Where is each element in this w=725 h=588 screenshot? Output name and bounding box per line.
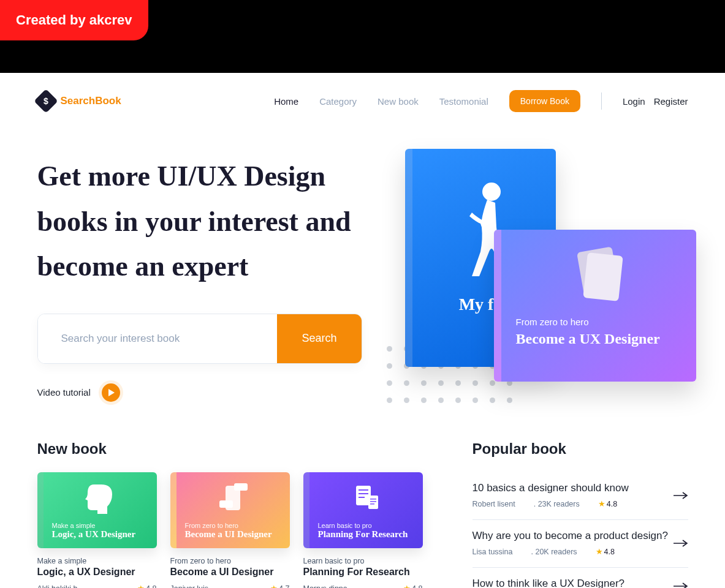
svg-rect-4	[234, 483, 248, 491]
top-nav: $ SearchBook Home Category New book Test…	[37, 73, 688, 112]
brand-name: SearchBook	[61, 95, 121, 107]
svg-rect-9	[359, 497, 365, 498]
popular-readers: . 23K readers	[534, 500, 580, 508]
arrow-right-icon	[674, 582, 688, 588]
nav-newbook[interactable]: New book	[378, 96, 419, 107]
popular-rating: 4.8	[607, 500, 617, 508]
star-icon: ★	[598, 499, 605, 508]
svg-rect-5	[219, 500, 233, 508]
cover-sub: Learn basic to pro	[318, 522, 414, 529]
svg-rect-12	[370, 501, 376, 502]
book-card[interactable]: Make a simple Logic, a UX Designer Make …	[37, 472, 157, 588]
card-sub: Make a simple	[37, 557, 157, 565]
popular-readers: . 20K readers	[531, 548, 577, 556]
arrow-right-icon	[674, 491, 688, 500]
svg-rect-2	[583, 252, 623, 301]
head-icon	[83, 482, 117, 516]
nav-category[interactable]: Category	[319, 96, 357, 107]
svg-point-0	[482, 183, 501, 201]
popular-item[interactable]: 10 basics a designer should know Robert …	[473, 472, 688, 520]
arrow-right-icon	[674, 539, 688, 548]
hero-book-2-title: Become a UX Designer	[516, 331, 681, 347]
document-icon	[349, 482, 383, 516]
card-author: Akli hakiki h	[37, 584, 78, 589]
video-tutorial-label: Video tutorial	[37, 387, 91, 398]
login-link[interactable]: Login	[623, 96, 645, 107]
card-rating: 4.8	[412, 584, 422, 588]
popular-item[interactable]: Why are you to become a product design? …	[473, 520, 688, 568]
svg-rect-10	[368, 496, 378, 509]
card-author: Janiver luis	[170, 584, 209, 589]
phone-chat-icon	[216, 482, 250, 516]
card-sub: Learn basic to pro	[303, 557, 423, 565]
svg-rect-7	[359, 489, 368, 491]
card-title: Become a UI Designer	[170, 567, 290, 578]
hero-book-2: From zero to hero Become a UX Designer	[494, 230, 696, 382]
popular-author: Robert lisent	[473, 500, 515, 508]
popular-author: Lisa tussina	[473, 548, 513, 556]
search-input[interactable]	[38, 314, 278, 363]
hero-title: Get more UI/UX Design books in your inte…	[37, 154, 362, 289]
card-author: Morrys dippa	[303, 584, 347, 589]
popular-title: Why are you to become a product design?	[473, 530, 668, 542]
star-icon: ★	[596, 547, 603, 556]
hero-book-2-sub: From zero to hero	[516, 317, 681, 327]
cover-title: Planning For Research	[318, 529, 414, 540]
cover-sub: From zero to hero	[185, 522, 281, 529]
card-rating: 4.8	[146, 584, 156, 588]
logo-icon: $	[34, 89, 58, 113]
play-icon	[108, 389, 115, 396]
borrow-book-button[interactable]: Borrow Book	[509, 90, 580, 112]
popular-item[interactable]: How to think like a UX Designer?	[473, 568, 688, 588]
book-card[interactable]: Learn basic to pro Planning For Research…	[303, 472, 423, 588]
cover-title: Become a UI Designer	[185, 529, 281, 540]
popular-rating: 4.8	[604, 548, 615, 556]
book-card[interactable]: From zero to hero Become a UI Designer F…	[170, 472, 290, 588]
card-sub: From zero to hero	[170, 557, 290, 565]
new-book-heading: New book	[37, 440, 430, 458]
star-icon: ★	[137, 584, 145, 588]
star-icon: ★	[270, 584, 278, 588]
cover-title: Logic, a UX Designer	[52, 529, 148, 540]
search-button[interactable]: Search	[277, 314, 361, 363]
cards-icon	[562, 244, 636, 306]
card-rating: 4.7	[279, 584, 289, 588]
play-button[interactable]	[102, 383, 120, 402]
creator-badge: Created by akcrev	[0, 0, 148, 40]
search-bar: Search	[37, 314, 362, 364]
cover-sub: Make a simple	[52, 522, 148, 529]
nav-home[interactable]: Home	[274, 96, 298, 107]
nav-testimonial[interactable]: Testomonial	[439, 96, 488, 107]
star-icon: ★	[403, 584, 411, 588]
svg-rect-13	[370, 503, 374, 505]
register-link[interactable]: Register	[654, 96, 688, 107]
popular-title: 10 basics a designer should know	[473, 482, 629, 494]
card-title: Logic, a UX Designer	[37, 567, 157, 578]
nav-divider	[601, 92, 602, 110]
popular-title: How to think like a UX Designer?	[473, 578, 625, 588]
svg-rect-8	[359, 493, 368, 494]
svg-rect-11	[370, 499, 376, 500]
popular-book-heading: Popular book	[473, 440, 688, 458]
logo[interactable]: $ SearchBook	[37, 92, 121, 110]
card-title: Planning For Research	[303, 567, 423, 578]
